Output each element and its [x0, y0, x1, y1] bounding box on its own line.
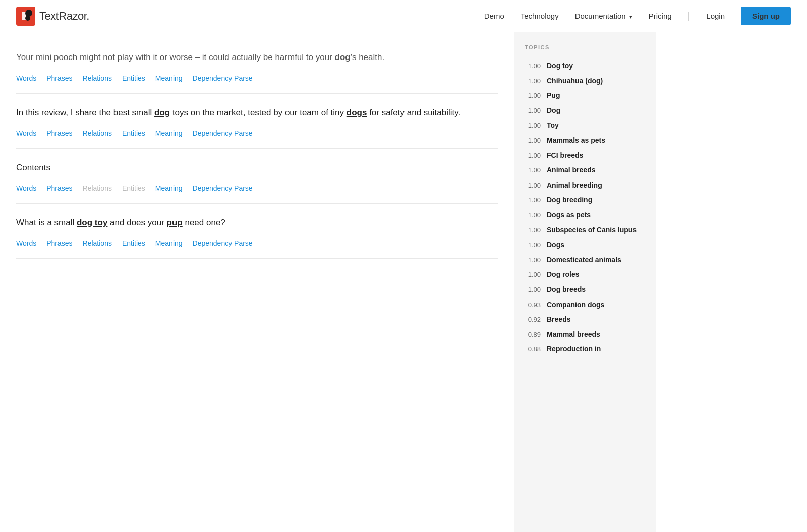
tab-relations-3[interactable]: Relations: [83, 183, 112, 193]
topic-name: Toy: [547, 121, 559, 131]
topic-score: 0.93: [525, 301, 541, 309]
topic-score: 1.00: [525, 137, 541, 144]
topic-row: 1.00Subspecies of Canis lupus: [525, 223, 646, 238]
sentence-block-2: In this review, I share the best small d…: [16, 94, 498, 149]
topic-name: Subspecies of Canis lupus: [547, 225, 637, 235]
topic-score: 1.00: [525, 286, 541, 293]
topic-score: 1.00: [525, 166, 541, 174]
topic-name: Dog roles: [547, 270, 580, 280]
topic-name: Pug: [547, 91, 560, 101]
tab-phrases-1[interactable]: Phrases: [46, 73, 72, 83]
tab-dependency-parse-1[interactable]: Dependency Parse: [193, 73, 253, 83]
page-layout: Your mini pooch might not play with it o…: [0, 32, 807, 532]
topic-name: Animal breeds: [547, 165, 595, 175]
topic-row: 1.00FCI breeds: [525, 148, 646, 163]
topic-row: 0.92Breeds: [525, 312, 646, 327]
logo-icon: [16, 7, 35, 26]
topic-score: 1.00: [525, 211, 541, 219]
topic-score: 0.89: [525, 331, 541, 338]
nav-technology[interactable]: Technology: [521, 12, 559, 20]
nav-demo[interactable]: Demo: [484, 12, 504, 20]
topic-name: Dog breeds: [547, 285, 586, 295]
nav-documentation[interactable]: Documentation ▾: [575, 12, 632, 20]
topic-name: Breeds: [547, 315, 570, 325]
nav-login[interactable]: Login: [706, 12, 725, 20]
topic-score: 1.00: [525, 182, 541, 189]
topic-name: Domesticated animals: [547, 255, 621, 265]
topic-score: 1.00: [525, 122, 541, 129]
topic-row: 0.89Mammal breeds: [525, 327, 646, 342]
tab-meaning-2[interactable]: Meaning: [155, 128, 183, 138]
tab-relations-2[interactable]: Relations: [83, 128, 112, 138]
topic-name: Companion dogs: [547, 300, 604, 310]
svg-point-0: [25, 16, 30, 21]
topic-score: 1.00: [525, 107, 541, 114]
tab-words-3[interactable]: Words: [16, 183, 36, 193]
topic-score: 0.88: [525, 345, 541, 353]
tab-words-4[interactable]: Words: [16, 238, 36, 248]
nav-signup[interactable]: Sign up: [741, 7, 791, 25]
chevron-down-icon: ▾: [629, 14, 632, 20]
topic-row: 1.00Dog breeds: [525, 282, 646, 298]
sentence-tabs-2: Words Phrases Relations Entities Meaning…: [16, 128, 498, 138]
tab-entities-3[interactable]: Entities: [122, 183, 145, 193]
topic-name: Dog breeding: [547, 195, 592, 205]
tab-words-1[interactable]: Words: [16, 73, 36, 83]
tab-entities-1[interactable]: Entities: [122, 73, 145, 83]
topic-row: 1.00Dogs: [525, 238, 646, 253]
tab-entities-2[interactable]: Entities: [122, 128, 145, 138]
topic-row: 1.00Animal breeding: [525, 178, 646, 193]
topic-row: 0.88Reproduction in: [525, 342, 646, 357]
tab-meaning-1[interactable]: Meaning: [155, 73, 183, 83]
sentence-text-4: What is a small dog toy and does your pu…: [16, 216, 498, 230]
topic-row: 1.00Dogs as pets: [525, 208, 646, 223]
topic-row: 1.00Dog breeding: [525, 193, 646, 208]
topic-row: 1.00Dog toy: [525, 58, 646, 74]
nav-pricing[interactable]: Pricing: [649, 12, 672, 20]
sentence-tabs-3: Words Phrases Relations Entities Meaning…: [16, 183, 498, 193]
nav-divider: |: [688, 11, 690, 21]
sentence-block-1: Your mini pooch might not play with it o…: [16, 32, 498, 94]
topic-name: Reproduction in: [547, 344, 601, 354]
sentence-tabs-1: Words Phrases Relations Entities Meaning…: [16, 73, 498, 83]
topic-score: 1.00: [525, 271, 541, 278]
topic-score: 1.00: [525, 92, 541, 99]
sentence-text-1: Your mini pooch might not play with it o…: [16, 44, 498, 73]
topic-name: Animal breeding: [547, 181, 602, 191]
topic-row: 1.00Dog: [525, 103, 646, 119]
tab-entities-4[interactable]: Entities: [122, 238, 145, 248]
tab-meaning-4[interactable]: Meaning: [155, 238, 183, 248]
main-content: Your mini pooch might not play with it o…: [0, 32, 514, 532]
topic-score: 1.00: [525, 196, 541, 204]
tab-dependency-parse-4[interactable]: Dependency Parse: [193, 238, 253, 248]
tab-phrases-3[interactable]: Phrases: [46, 183, 72, 193]
logo-link[interactable]: TextRazor.: [16, 7, 89, 26]
tab-dependency-parse-3[interactable]: Dependency Parse: [193, 183, 253, 193]
sentence-block-3: Contents Words Phrases Relations Entitie…: [16, 149, 498, 204]
topic-row: 1.00Animal breeds: [525, 163, 646, 178]
topic-score: 0.92: [525, 316, 541, 323]
sentence-text-2: In this review, I share the best small d…: [16, 106, 498, 120]
sentence-block-4: What is a small dog toy and does your pu…: [16, 204, 498, 259]
tab-phrases-2[interactable]: Phrases: [46, 128, 72, 138]
topic-name: Dogs as pets: [547, 210, 591, 220]
sidebar: TOPICS 1.00Dog toy1.00Chihuahua (dog)1.0…: [514, 32, 656, 532]
topic-score: 1.00: [525, 152, 541, 159]
tab-meaning-3[interactable]: Meaning: [155, 183, 183, 193]
topic-score: 1.00: [525, 77, 541, 85]
topic-score: 1.00: [525, 256, 541, 264]
tab-words-2[interactable]: Words: [16, 128, 36, 138]
topic-score: 1.00: [525, 241, 541, 249]
topic-name: Dogs: [547, 240, 564, 250]
topic-name: FCI breeds: [547, 151, 583, 161]
tab-relations-1[interactable]: Relations: [83, 73, 112, 83]
topic-row: 0.93Companion dogs: [525, 298, 646, 313]
tab-dependency-parse-2[interactable]: Dependency Parse: [193, 128, 253, 138]
sentence-text-3: Contents: [16, 161, 498, 175]
topic-name: Mammals as pets: [547, 136, 605, 146]
topic-name: Dog: [547, 106, 560, 116]
topics-heading: TOPICS: [525, 44, 646, 50]
tab-relations-4[interactable]: Relations: [83, 238, 112, 248]
topic-row: 1.00Domesticated animals: [525, 253, 646, 268]
tab-phrases-4[interactable]: Phrases: [46, 238, 72, 248]
